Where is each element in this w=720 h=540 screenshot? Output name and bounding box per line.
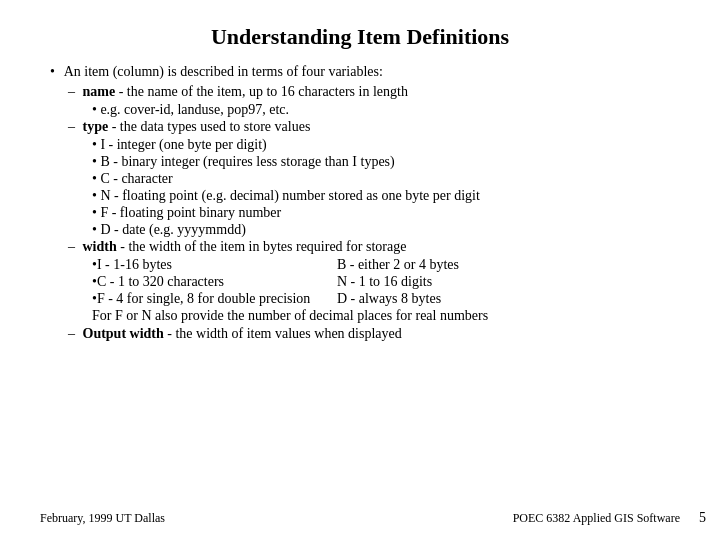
name-example: e.g. cover-id, landuse, pop97, etc. [92,102,680,118]
type-N: N - floating point (e.g. decimal) number… [92,188,680,204]
footer-center: POEC 6382 Applied GIS Software [513,511,680,526]
footer: February, 1999 UT Dallas POEC 6382 Appli… [40,511,680,526]
width-row-3: F - 4 for single, 8 for double precision… [92,291,680,307]
main-bullet: • An item (column) is described in terms… [50,64,680,80]
slide-title: Understanding Item Definitions [40,24,680,50]
type-D: D - date (e.g. yyyymmdd) [92,222,680,238]
page-number: 5 [699,510,706,526]
width-row-2: C - 1 to 320 characters N - 1 to 16 digi… [92,274,680,290]
item-width: – width - the width of the item in bytes… [68,239,680,255]
type-B: B - binary integer (requires less storag… [92,154,680,170]
item-type: – type - the data types used to store va… [68,119,680,135]
item-name: – name - the name of the item, up to 16 … [68,84,680,100]
type-F: F - floating point binary number [92,205,680,221]
type-C: C - character [92,171,680,187]
footer-left: February, 1999 UT Dallas [40,511,165,526]
type-I: I - integer (one byte per digit) [92,137,680,153]
slide: Understanding Item Definitions • An item… [0,0,720,540]
for-line: For F or N also provide the number of de… [92,308,680,324]
width-row-1: I - 1-16 bytes B - either 2 or 4 bytes [92,257,680,273]
item-output-width: – Output width - the width of item value… [68,326,680,342]
